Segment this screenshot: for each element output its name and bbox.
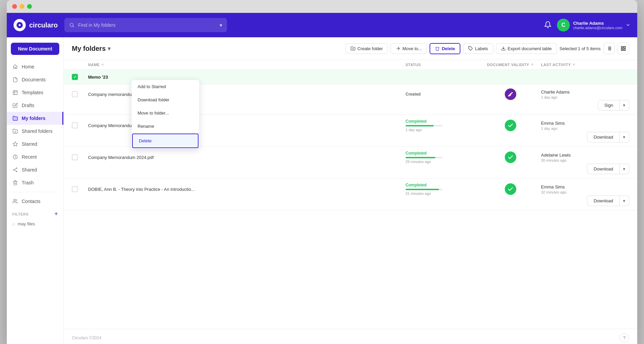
sidebar-item-my-folders[interactable]: My folders: [7, 112, 63, 125]
activity-cell: Charlie Adams 1 day ago: [541, 89, 629, 99]
sidebar-item-home[interactable]: Home: [7, 60, 63, 73]
folder-chevron-icon[interactable]: ▾: [108, 45, 110, 52]
sidebar-item-contacts[interactable]: Contacts: [7, 195, 63, 208]
action-dropdown-button[interactable]: ▾: [620, 164, 629, 174]
user-profile[interactable]: C Charlie Adams charlie.adams@circularo.…: [557, 19, 630, 32]
progress-fill: [406, 157, 435, 158]
context-download-folder[interactable]: Download folder: [131, 93, 199, 106]
svg-rect-23: [624, 49, 625, 50]
filters-add-button[interactable]: +: [54, 210, 58, 218]
context-rename[interactable]: Rename: [131, 120, 199, 133]
clock-icon: [12, 154, 18, 160]
validity-cell: [480, 120, 541, 131]
search-icon: [69, 22, 75, 28]
status-badge: Created: [406, 92, 480, 97]
main-layout: New Document Home: [7, 37, 637, 344]
labels-button[interactable]: Labels: [463, 43, 493, 54]
sidebar-item-starred[interactable]: Starred: [7, 138, 63, 150]
doc-name[interactable]: DOBIE, Ann B. - Theory into Practice - A…: [88, 187, 406, 192]
download-button[interactable]: Download: [587, 196, 620, 206]
action-btn-group: Download ▾: [587, 132, 629, 142]
context-add-starred[interactable]: Add to Starred: [131, 80, 199, 93]
sign-button[interactable]: Sign: [598, 100, 620, 110]
checkbox-cell[interactable]: [72, 91, 88, 97]
search-bar[interactable]: ▾: [64, 18, 227, 32]
sidebar-item-recent[interactable]: Recent: [7, 150, 63, 163]
star-icon: [12, 141, 18, 147]
action-cell: Download ▾: [541, 196, 629, 206]
row-checkbox[interactable]: [72, 74, 78, 80]
doc-name[interactable]: Memo '23: [88, 75, 406, 80]
selection-info: Selected 1 of 5 items: [560, 46, 601, 51]
action-cell: Download ▾: [541, 164, 629, 174]
sidebar-item-shared[interactable]: Shared: [7, 163, 63, 176]
sidebar-item-trash[interactable]: Trash: [7, 176, 63, 189]
download-button[interactable]: Download: [587, 164, 620, 174]
checkbox-cell[interactable]: [72, 74, 88, 80]
sidebar-item-shared-folders[interactable]: Shared folders: [7, 125, 63, 138]
table-header: NAME STATUS DOCUMENT VALIDITY: [64, 60, 637, 70]
validity-icon: [505, 120, 516, 131]
move-to-button[interactable]: Move to...: [391, 43, 427, 54]
sidebar-item-drafts[interactable]: Drafts: [7, 99, 63, 112]
draft-icon: [12, 102, 18, 108]
create-folder-button[interactable]: Create folder: [346, 43, 388, 54]
status-cell: Created: [406, 92, 480, 97]
move-icon: [396, 46, 400, 51]
status-badge: Completed: [406, 119, 480, 124]
svg-point-10: [14, 199, 15, 201]
check-icon: [507, 154, 514, 160]
export-button[interactable]: Export document table: [496, 43, 557, 54]
share-icon: [12, 167, 18, 173]
delete-button[interactable]: Delete: [430, 43, 460, 54]
context-move-folder[interactable]: Move to folder...: [131, 106, 199, 120]
shared-folder-icon: [12, 128, 18, 134]
user-email: charlie.adams@circularo.com: [573, 26, 622, 30]
filter-may-files[interactable]: ⌕ may files: [7, 219, 63, 228]
sidebar-label-shared-folders: Shared folders: [22, 128, 53, 134]
status-cell: Completed 29 minutes ago: [406, 151, 480, 164]
filters-label: FILTERS: [12, 212, 29, 216]
signature-icon: [507, 91, 514, 97]
maximize-button[interactable]: [27, 4, 32, 9]
minimize-button[interactable]: [20, 4, 24, 9]
row-checkbox[interactable]: [72, 186, 78, 192]
search-dropdown-icon[interactable]: ▾: [220, 22, 222, 28]
action-dropdown-button[interactable]: ▾: [620, 100, 629, 110]
search-input[interactable]: [78, 22, 216, 28]
checkbox-cell[interactable]: [72, 186, 88, 192]
validity-cell: [480, 151, 541, 163]
activity-name: Adelaine Lewis: [541, 153, 629, 158]
activity-cell: Emma Sims 32 minutes ago: [541, 184, 629, 194]
svg-point-13: [470, 47, 470, 48]
row-checkbox[interactable]: [72, 154, 78, 160]
new-document-button[interactable]: New Document: [11, 43, 59, 55]
close-button[interactable]: [12, 4, 17, 9]
sidebar-nav: Home Documents: [7, 60, 63, 341]
svg-rect-3: [13, 90, 17, 95]
action-dropdown-button[interactable]: ▾: [620, 196, 629, 206]
status-badge: Completed: [406, 151, 480, 156]
doc-name[interactable]: Company Memorandum 2024.pdf: [88, 155, 406, 160]
notification-button[interactable]: [544, 21, 552, 29]
sidebar-item-templates[interactable]: Templates: [7, 86, 63, 99]
filter-label: may files: [18, 221, 35, 226]
activity-name: Emma Sims: [541, 121, 629, 126]
sidebar-item-documents[interactable]: Documents: [7, 73, 63, 86]
list-view-button[interactable]: [603, 43, 615, 54]
app-logo: circularo: [14, 19, 58, 31]
download-button[interactable]: Download: [587, 132, 620, 142]
col-activity: LAST ACTIVITY: [541, 63, 629, 67]
user-name: Charlie Adams: [573, 21, 622, 26]
validity-icon: [505, 151, 516, 163]
checkbox-cell[interactable]: [72, 122, 88, 128]
row-checkbox[interactable]: [72, 91, 78, 97]
context-delete[interactable]: Delete: [132, 134, 199, 148]
activity-cell: Adelaine Lewis 30 minutes ago: [541, 153, 629, 162]
checkbox-cell[interactable]: [72, 154, 88, 160]
validity-cell: [480, 183, 541, 195]
help-button[interactable]: ?: [620, 333, 629, 343]
action-dropdown-button[interactable]: ▾: [620, 132, 629, 142]
grid-view-button[interactable]: [618, 43, 629, 54]
row-checkbox[interactable]: [72, 122, 78, 128]
